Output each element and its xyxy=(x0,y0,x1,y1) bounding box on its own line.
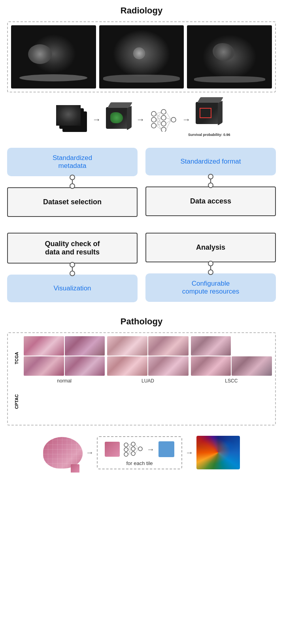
workflow-row-2: Quality check ofdata and results Visuali… xyxy=(7,233,276,302)
luad-tcga-tl xyxy=(107,336,147,356)
path-col-lscc: LSCC xyxy=(191,336,272,384)
pathology-labels-row: TCGA CPTAC normal xyxy=(11,336,272,423)
side-labels-col: TCGA CPTAC xyxy=(11,336,22,423)
configurable-compute-box: Configurablecompute resources xyxy=(145,273,276,302)
heatmap-output xyxy=(196,436,240,469)
path-col-normal: normal xyxy=(24,336,105,384)
dataset-selection-label: Dataset selection xyxy=(43,198,102,206)
luad-cptac-bl xyxy=(107,356,147,376)
normal-tcga-tr xyxy=(65,336,105,356)
visualization-label: Visualization xyxy=(53,284,91,292)
normal-col-label: normal xyxy=(24,377,105,384)
col-analysis: Analysis Configurablecompute resources xyxy=(145,233,276,302)
pathology-grid-box: TCGA CPTAC normal xyxy=(7,332,276,426)
small-tile-wrap: ↗ xyxy=(71,464,79,473)
configurable-compute-label: Configurablecompute resources xyxy=(182,280,240,296)
survival-label: Survival probability: 0.96 xyxy=(188,133,230,137)
svg-point-27 xyxy=(131,452,135,456)
lscc-col-label: LSCC xyxy=(191,377,272,384)
normal-cptac-br xyxy=(65,356,105,376)
dataset-selection-box: Dataset selection xyxy=(7,187,138,217)
path-arrow-2: → xyxy=(147,445,155,454)
path-col-luad: LUAD xyxy=(107,336,188,384)
connector-1 xyxy=(72,176,73,187)
col-dataset: Standardizedmetadata Dataset selection xyxy=(7,148,138,217)
workflow-row-1: Standardizedmetadata Dataset selection S… xyxy=(7,148,276,217)
wsi-wrap: ↗ xyxy=(43,437,83,469)
pathology-pipeline: ↗ → xyxy=(0,429,283,473)
luad-grid xyxy=(107,336,188,376)
stack-ct-inner xyxy=(56,105,81,126)
connector-4 xyxy=(210,262,211,273)
analysis-label: Analysis xyxy=(196,243,225,252)
wsi-thumbnail xyxy=(43,437,83,469)
luad-cptac-br xyxy=(148,356,189,376)
workflow-section: Standardizedmetadata Dataset selection S… xyxy=(7,148,276,302)
arrow-1: → xyxy=(92,115,101,125)
connector-3 xyxy=(72,264,73,275)
data-access-box: Data access xyxy=(145,186,276,216)
nn-svg xyxy=(150,108,177,132)
ct-scan-2 xyxy=(99,25,184,89)
svg-line-36 xyxy=(135,444,138,449)
analysis-box: Analysis xyxy=(145,233,276,262)
normal-tcga-tl xyxy=(24,336,64,356)
svg-line-31 xyxy=(128,444,131,450)
stack-layer-1 xyxy=(56,105,81,126)
ct-scan-1 xyxy=(11,25,96,89)
bounding-box xyxy=(200,108,211,118)
cube-top xyxy=(107,102,132,108)
nn-small-icon xyxy=(123,441,143,458)
cube-body xyxy=(106,107,128,129)
svg-point-2 xyxy=(151,123,156,128)
lscc-cptac-br xyxy=(232,356,272,376)
luad-col-label: LUAD xyxy=(107,377,188,384)
svg-line-20 xyxy=(166,120,171,124)
luad-tcga-tr xyxy=(148,336,189,356)
standardized-metadata-label: Standardizedmetadata xyxy=(53,154,92,170)
arrow-2: → xyxy=(136,115,145,125)
lscc-grid xyxy=(191,336,272,376)
radiology-images-box xyxy=(7,21,276,92)
svg-point-26 xyxy=(131,447,135,451)
svg-line-34 xyxy=(128,449,131,454)
svg-line-38 xyxy=(135,449,138,454)
ct-scan-3 xyxy=(187,25,272,89)
for-each-label: for each tile xyxy=(126,460,153,466)
svg-point-3 xyxy=(161,109,166,114)
svg-point-22 xyxy=(124,443,128,447)
pathology-section: Pathology TCGA CPTAC normal xyxy=(0,311,283,473)
svg-line-18 xyxy=(166,112,171,120)
workflow-gap xyxy=(7,217,276,225)
svg-point-1 xyxy=(151,117,156,122)
radiology-pipeline: → → xyxy=(0,96,283,141)
svg-point-6 xyxy=(161,127,166,132)
single-tile xyxy=(105,442,120,457)
result-cube-right xyxy=(218,101,223,126)
feature-vector xyxy=(158,441,174,457)
tcga-label: TCGA xyxy=(11,336,22,380)
standardized-format-box: Standardized format xyxy=(145,148,276,175)
arrow-3: → xyxy=(182,115,191,125)
ct-stack xyxy=(56,105,88,135)
quality-check-box: Quality check ofdata and results xyxy=(7,233,138,264)
path-arrow-3: → xyxy=(185,448,193,457)
small-tile xyxy=(71,464,79,473)
connector-2 xyxy=(210,175,211,186)
standardized-metadata-box: Standardizedmetadata xyxy=(7,148,138,176)
svg-line-17 xyxy=(156,126,161,130)
col-data-access: Standardized format Data access xyxy=(145,148,276,217)
normal-tcga-grid xyxy=(24,336,105,376)
svg-point-25 xyxy=(131,442,135,446)
for-each-inner: → xyxy=(105,441,174,458)
svg-point-28 xyxy=(138,447,142,451)
neural-network-icon xyxy=(150,108,177,132)
radiology-title: Radiology xyxy=(0,0,283,19)
cube-right xyxy=(127,105,132,130)
svg-point-5 xyxy=(161,121,166,126)
for-each-box: → for each tile xyxy=(97,436,182,469)
visualization-box: Visualization xyxy=(7,275,138,302)
svg-line-21 xyxy=(166,120,171,130)
result-cube: Survival probability: 0.96 xyxy=(196,102,227,137)
col-quality: Quality check ofdata and results Visuali… xyxy=(7,233,138,302)
